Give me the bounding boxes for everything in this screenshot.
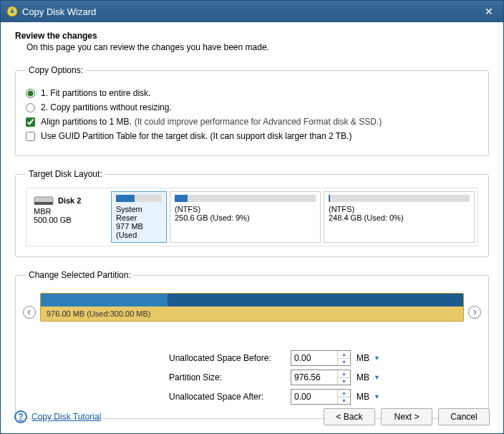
copy-options-legend: Copy Options: [26, 65, 86, 75]
partition-1-size: 977 MB (Used [116, 222, 162, 239]
svg-rect-2 [34, 202, 53, 205]
before-down-icon[interactable]: ▼ [338, 359, 350, 366]
app-icon [6, 6, 18, 17]
chevron-right-icon [472, 309, 478, 315]
size-unit-dropdown[interactable]: ▼ [374, 374, 380, 381]
partition-2-size: 250.6 GB (Used: 9%) [175, 213, 316, 222]
help-text: Copy Disk Tutorial [32, 412, 101, 422]
partition-slider[interactable]: 976.00 MB (Used:300.00 MB) [40, 293, 464, 322]
size-label: Partition Size: [169, 372, 291, 382]
nav-right-button[interactable] [468, 306, 481, 319]
check-align-extra: (It could improve performance for Advanc… [135, 117, 382, 127]
help-link[interactable]: ? Copy Disk Tutorial [14, 410, 101, 423]
disk-type: MBR [34, 207, 104, 216]
size-down-icon[interactable]: ▼ [338, 378, 350, 385]
before-input[interactable] [291, 351, 337, 365]
radio-fit-label: 1. Fit partitions to entire disk. [41, 88, 150, 98]
before-unit-dropdown[interactable]: ▼ [374, 355, 380, 362]
disk-icon [34, 194, 54, 207]
before-spinner[interactable]: ▲▼ [291, 350, 351, 366]
disk-size: 500.00 GB [34, 216, 104, 224]
window-title: Copy Disk Wizard [22, 6, 480, 17]
chevron-left-icon [26, 309, 32, 315]
target-layout-group: Target Disk Layout: Disk 2 MBR 500.00 GB [15, 169, 489, 257]
before-label: Unallocated Space Before: [169, 353, 291, 363]
change-partition-legend: Change Selected Partition: [26, 270, 134, 280]
target-layout-legend: Target Disk Layout: [26, 169, 105, 179]
size-spinner[interactable]: ▲▼ [291, 370, 351, 385]
after-up-icon[interactable]: ▲ [338, 390, 350, 397]
back-button[interactable]: < Back [324, 408, 375, 425]
size-unit: MB [357, 372, 369, 382]
title-bar: Copy Disk Wizard ✕ [1, 1, 503, 22]
check-align-1mb[interactable] [26, 117, 35, 127]
nav-left-button[interactable] [23, 306, 36, 319]
check-align-label: Align partitions to 1 MB. [41, 117, 132, 127]
disk-info: Disk 2 MBR 500.00 GB [29, 191, 108, 243]
partition-2[interactable]: (NTFS) 250.6 GB (Used: 9%) [170, 191, 321, 243]
help-icon: ? [14, 410, 27, 423]
check-guid[interactable] [26, 132, 35, 141]
radio-copy-noresize[interactable] [26, 103, 35, 112]
slider-label: 976.00 MB (Used:300.00 MB) [47, 309, 151, 318]
page-subheading: On this page you can review the changes … [26, 42, 489, 52]
before-up-icon[interactable]: ▲ [338, 351, 350, 359]
next-button[interactable]: Next > [381, 408, 432, 425]
partition-1[interactable]: System Reser 977 MB (Used [111, 191, 167, 243]
close-icon[interactable]: ✕ [480, 4, 498, 19]
size-input[interactable] [291, 370, 337, 385]
partition-2-name: (NTFS) [175, 205, 316, 213]
change-partition-group: Change Selected Partition: 976.00 MB (Us… [15, 270, 489, 419]
size-up-icon[interactable]: ▲ [338, 370, 350, 378]
footer: ? Copy Disk Tutorial < Back Next > Cance… [0, 400, 504, 434]
page-heading: Review the changes [15, 31, 489, 41]
radio-fit-partitions[interactable] [26, 89, 35, 98]
partition-3-size: 248.4 GB (Used: 0%) [329, 213, 470, 222]
partition-3[interactable]: (NTFS) 248.4 GB (Used: 0%) [324, 191, 475, 243]
before-unit: MB [357, 353, 369, 363]
radio-copy-label: 2. Copy partitions without resizing. [41, 102, 172, 112]
partition-3-name: (NTFS) [329, 205, 470, 213]
cancel-button[interactable]: Cancel [438, 408, 490, 425]
copy-options-group: Copy Options: 1. Fit partitions to entir… [15, 65, 489, 156]
partition-1-name: System Reser [116, 205, 162, 222]
check-guid-label: Use GUID Partition Table for the target … [41, 131, 352, 141]
disk-name: Disk 2 [58, 196, 81, 205]
